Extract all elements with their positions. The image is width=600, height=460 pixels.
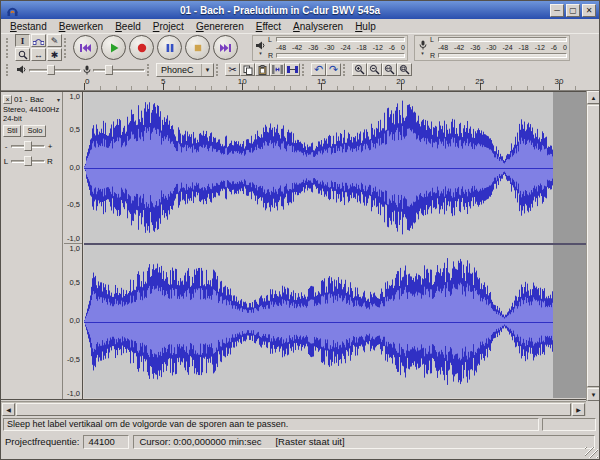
microphone-icon	[419, 40, 427, 50]
waveform-channel-right[interactable]	[84, 245, 586, 398]
track-control-panel[interactable]: × 01 - Bac ▾ Stereo, 44100Hz 24-bit Stil…	[1, 92, 63, 399]
title-bar[interactable]: 01 - Bach - Praeludium in C-dur BWV 545a…	[1, 1, 599, 19]
meter-scale-label: -12	[373, 44, 383, 52]
meter-scale: -48-42-36-30-24-18-12-60	[430, 44, 567, 52]
meter-dropdown-icon[interactable]: ▾	[421, 51, 424, 55]
zoom-in-button[interactable]	[352, 63, 367, 76]
chevron-down-icon[interactable]: ▼	[201, 64, 213, 76]
vertical-scroll-thumb[interactable]	[587, 105, 600, 387]
meter-scale-label: -42	[454, 44, 464, 52]
menu-bewerken[interactable]: Bewerken	[53, 21, 109, 32]
menu-genereren[interactable]: Genereren	[190, 21, 250, 32]
meter-scale-label: -36	[308, 44, 318, 52]
horizontal-scroll-thumb[interactable]	[16, 403, 571, 416]
timeline-scale[interactable]: 051015202530	[84, 78, 584, 90]
menu-analyseren[interactable]: Analyseren	[287, 21, 349, 32]
meter-scale-label: -18	[357, 44, 367, 52]
output-volume-slider[interactable]	[29, 64, 81, 76]
trim-button[interactable]	[270, 63, 285, 76]
minimize-button[interactable]: ─	[550, 4, 564, 17]
timeline-tick-label: 30	[554, 78, 563, 86]
zoom-tool-button[interactable]	[15, 48, 30, 61]
track-area: × 01 - Bac ▾ Stereo, 44100Hz 24-bit Stil…	[1, 91, 586, 401]
meter-scale-label: -48	[438, 44, 448, 52]
skip-to-end-button[interactable]	[213, 35, 238, 60]
track-close-button[interactable]: ×	[3, 95, 12, 104]
toolbar-grip[interactable]	[6, 64, 10, 76]
pan-left-label: L	[3, 157, 9, 166]
status-extra-panel	[542, 418, 596, 431]
menu-project[interactable]: Project	[147, 21, 190, 32]
timeline-ruler[interactable]: 051015202530	[1, 78, 599, 91]
timeline-tick-label: 20	[396, 78, 405, 86]
toolbar-grip[interactable]	[302, 64, 306, 76]
stop-button[interactable]	[185, 35, 210, 60]
copy-button[interactable]	[240, 63, 255, 76]
envelope-tool-button[interactable]	[31, 34, 46, 47]
scroll-down-icon[interactable]: ▼	[587, 388, 600, 401]
menu-bar: Bestand Bewerken Beeld Project Genereren…	[1, 19, 599, 33]
play-button[interactable]	[101, 35, 126, 60]
meter-scale-label: -6	[551, 44, 557, 52]
amplitude-label: 0,0	[70, 317, 80, 325]
multi-tool-button[interactable]: ✱	[47, 48, 62, 61]
output-meter-left-bar	[276, 37, 405, 42]
resize-grip-icon[interactable]	[585, 447, 598, 458]
mixer-edit-toolbar: PhoneC ▼ ✂ ↶ ↷	[1, 61, 599, 78]
selection-tool-button[interactable]: I	[15, 34, 30, 47]
pause-button[interactable]	[157, 35, 182, 60]
fit-selection-button[interactable]	[382, 63, 397, 76]
input-source-value: PhoneC	[157, 64, 201, 76]
timeshift-tool-button[interactable]: ↔	[31, 48, 46, 61]
track-menu-icon[interactable]: ▾	[57, 96, 60, 103]
toolbar-grip[interactable]	[216, 64, 220, 76]
pan-slider[interactable]	[11, 155, 45, 167]
meter-scale-label: -42	[292, 44, 302, 52]
meter-scale-label: -6	[389, 44, 395, 52]
input-volume-slider[interactable]	[93, 64, 145, 76]
amplitude-ruler: 1,00,50,0-0,5-1,0	[64, 244, 82, 398]
vertical-scrollbar[interactable]: ▲ ▼	[586, 91, 600, 401]
menu-bestand[interactable]: Bestand	[4, 21, 53, 32]
scroll-right-icon[interactable]: ▶	[572, 403, 585, 416]
undo-button[interactable]: ↶	[311, 63, 326, 76]
draw-tool-button[interactable]: ✎	[47, 34, 62, 47]
paste-button[interactable]	[255, 63, 270, 76]
track-title[interactable]: 01 - Bac	[14, 95, 55, 104]
skip-to-start-button[interactable]	[73, 35, 98, 60]
project-rate-value[interactable]: 44100	[83, 435, 129, 449]
redo-button[interactable]: ↷	[326, 63, 341, 76]
meter-dropdown-icon[interactable]: ▾	[259, 51, 262, 55]
horizontal-scrollbar[interactable]: ◀ ▶	[1, 401, 586, 416]
record-button[interactable]	[129, 35, 154, 60]
toolbar-grip[interactable]	[64, 38, 68, 58]
fit-project-button[interactable]	[397, 63, 412, 76]
waveform-display	[84, 92, 586, 399]
cut-button[interactable]: ✂	[225, 63, 240, 76]
vertical-ruler[interactable]: 1,00,50,0-0,5-1,0 1,00,50,0-0,5-1,0	[64, 92, 83, 399]
toolbar-grip[interactable]	[343, 64, 347, 76]
maximize-button[interactable]: ▢	[566, 4, 580, 17]
input-meter-left-bar	[438, 37, 567, 42]
gain-max-label: +	[47, 142, 53, 151]
toolbar-grip[interactable]	[6, 38, 10, 58]
scroll-left-icon[interactable]: ◀	[2, 403, 15, 416]
mute-button[interactable]: Stil	[3, 125, 21, 137]
solo-button[interactable]: Solo	[23, 125, 46, 137]
waveform-channel-left[interactable]	[84, 92, 586, 243]
menu-hulp[interactable]: Hulp	[349, 21, 382, 32]
input-meter[interactable]: ▾ L -48-42-36-30-24-18-12-60 R	[414, 35, 570, 61]
amplitude-label: 1,0	[70, 93, 80, 101]
input-source-combo[interactable]: PhoneC ▼	[156, 63, 214, 77]
project-rate-label: Projectfrequentie:	[1, 436, 83, 447]
close-button[interactable]: ✕	[582, 4, 596, 17]
menu-beeld[interactable]: Beeld	[109, 21, 147, 32]
output-meter[interactable]: ▾ L -48-42-36-30-24-18-12-60 R	[252, 35, 408, 61]
gain-slider[interactable]	[11, 140, 45, 152]
zoom-out-button[interactable]	[367, 63, 382, 76]
toolbar-grip[interactable]	[147, 64, 151, 76]
silence-button[interactable]	[285, 63, 300, 76]
menu-effect[interactable]: Effect	[250, 21, 287, 32]
amplitude-label: 0,0	[70, 164, 80, 172]
scroll-up-icon[interactable]: ▲	[587, 91, 600, 104]
